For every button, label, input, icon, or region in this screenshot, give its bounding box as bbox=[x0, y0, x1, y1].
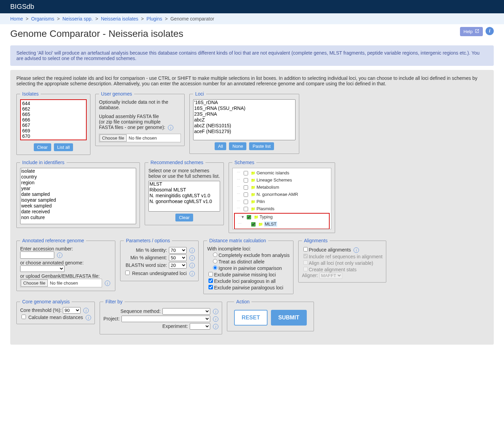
info-icon[interactable]: i bbox=[189, 263, 195, 268]
min-identity-select[interactable]: 70 bbox=[169, 247, 187, 254]
page-title: Genome Comparator - Neisseria isolates bbox=[10, 28, 494, 39]
alignment-stats-checkbox bbox=[303, 267, 308, 271]
exclude-radio[interactable] bbox=[213, 253, 217, 257]
distinct-radio[interactable] bbox=[213, 259, 217, 263]
core-threshold-select[interactable]: 90 bbox=[63, 307, 81, 314]
excl-missing-checkbox[interactable] bbox=[208, 272, 213, 276]
info-icon[interactable]: i bbox=[105, 280, 110, 286]
excl-pairwise-paralogous-checkbox[interactable] bbox=[208, 285, 213, 289]
top-actions: Help i bbox=[460, 27, 494, 36]
crumb-neisseria-spp[interactable]: Neisseria spp. bbox=[62, 16, 93, 21]
intro-text: Please select the required isolate ids a… bbox=[16, 75, 488, 86]
word-size-select[interactable]: 20 bbox=[169, 262, 187, 269]
loci-paste-button[interactable]: Paste list bbox=[249, 142, 274, 150]
info-icon[interactable]: i bbox=[213, 324, 218, 329]
rescan-checkbox[interactable] bbox=[125, 271, 130, 275]
breadcrumb: Home > Organisms > Neisseria spp. > Neis… bbox=[0, 13, 504, 24]
isolates-listall-button[interactable]: List all bbox=[54, 143, 73, 151]
help-button[interactable]: Help bbox=[460, 27, 483, 36]
navbar: BIGSdb bbox=[0, 0, 504, 13]
parameters-fieldset: Parameters / options Min % identity: 70 … bbox=[120, 238, 199, 281]
isolates-textarea[interactable] bbox=[20, 99, 87, 140]
experiment-select[interactable] bbox=[190, 323, 210, 330]
distance-fieldset: Distance matrix calculation With incompl… bbox=[203, 238, 293, 294]
action-fieldset: Action RESET SUBMIT bbox=[227, 299, 314, 331]
user-genomes-file-input[interactable]: Choose file No file chosen bbox=[99, 134, 181, 142]
reset-button[interactable]: RESET bbox=[234, 310, 267, 326]
min-alignment-select[interactable]: 50 bbox=[169, 255, 187, 261]
info-icon[interactable]: i bbox=[486, 27, 494, 35]
crumb-isolates[interactable]: Neisseria isolates bbox=[101, 16, 139, 21]
typing-highlight: ▾ Typing MLST bbox=[234, 213, 330, 229]
rec-clear-button[interactable]: Clear bbox=[175, 214, 193, 221]
submit-button[interactable]: SUBMIT bbox=[271, 310, 307, 326]
crumb-plugins[interactable]: Plugins bbox=[146, 16, 162, 21]
ref-file-input[interactable]: Choose file No file chosen bbox=[20, 279, 102, 287]
schemes-tree[interactable]: Genomic islands Lineage Schemes Metaboli… bbox=[232, 168, 331, 229]
schemes-fieldset: Schemes Genomic islands Lineage Schemes … bbox=[229, 160, 335, 233]
alignments-fieldset: Alignments Produce alignments i Include … bbox=[298, 238, 386, 283]
annotated-ref-fieldset: Annotated reference genome Enter accessi… bbox=[16, 238, 115, 291]
info-icon[interactable]: i bbox=[168, 125, 173, 130]
aligner-select: MAFFT bbox=[319, 272, 342, 279]
info-icon[interactable]: i bbox=[86, 315, 91, 320]
loci-none-button[interactable]: None bbox=[229, 142, 246, 150]
crumb-home[interactable]: Home bbox=[10, 16, 23, 21]
loci-fieldset: Loci '16S_rDNA16S_rRNA (SSU_rRNA)23S_rRN… bbox=[189, 91, 299, 154]
include-ref-checkbox bbox=[303, 254, 308, 258]
crumb-current: Genome comparator bbox=[170, 16, 214, 21]
core-genome-fieldset: Core genome analysis Core threshold (%):… bbox=[16, 299, 95, 324]
loci-all-button[interactable]: All bbox=[215, 142, 226, 150]
brand: BIGSdb bbox=[10, 3, 34, 10]
align-all-checkbox bbox=[303, 260, 308, 265]
info-icon[interactable]: i bbox=[189, 248, 195, 253]
external-link-icon bbox=[475, 29, 479, 34]
calc-mean-checkbox[interactable] bbox=[21, 315, 26, 319]
info-icon[interactable]: i bbox=[213, 309, 218, 314]
ignore-radio[interactable] bbox=[213, 265, 217, 270]
recommended-schemes-fieldset: Recommended schemes Select one or more s… bbox=[145, 160, 224, 225]
info-icon[interactable]: i bbox=[83, 308, 89, 313]
info-icon[interactable]: i bbox=[57, 253, 62, 258]
identifiers-fieldset: Include in identifiers isolatecountryreg… bbox=[16, 160, 140, 228]
user-genomes-fieldset: User genomes Optionally include data not… bbox=[95, 91, 185, 146]
info-icon[interactable]: i bbox=[189, 255, 195, 261]
info-icon[interactable]: i bbox=[189, 271, 195, 276]
produce-alignments-checkbox[interactable] bbox=[303, 247, 308, 251]
recommended-schemes-listbox[interactable]: MLSTRibosomal MLSTN. meningitidis cgMLST… bbox=[148, 181, 220, 212]
seq-method-select[interactable] bbox=[162, 308, 210, 315]
accession-input[interactable] bbox=[20, 251, 54, 259]
info-icon[interactable]: i bbox=[213, 316, 218, 322]
excl-paralogous-all-checkbox[interactable] bbox=[208, 278, 213, 283]
project-select[interactable] bbox=[121, 316, 210, 322]
loci-listbox[interactable]: '16S_rDNA16S_rRNA (SSU_rRNA)23S_rRNAabcZ… bbox=[193, 99, 296, 140]
annotated-genome-select[interactable] bbox=[20, 265, 64, 272]
isolates-clear-button[interactable]: Clear bbox=[34, 143, 51, 151]
isolates-fieldset: Isolates Clear List all bbox=[16, 91, 90, 155]
identifiers-listbox[interactable]: isolatecountryregionyeardate sampledisoy… bbox=[20, 168, 136, 224]
warning-box: Selecting 'All loci' will produce an art… bbox=[10, 45, 494, 66]
info-icon[interactable]: i bbox=[354, 247, 359, 253]
crumb-organisms[interactable]: Organisms bbox=[31, 16, 54, 21]
filter-fieldset: Filter by Sequence method: i Project: i … bbox=[100, 299, 222, 334]
main-panel: Please select the required isolate ids a… bbox=[10, 70, 494, 345]
